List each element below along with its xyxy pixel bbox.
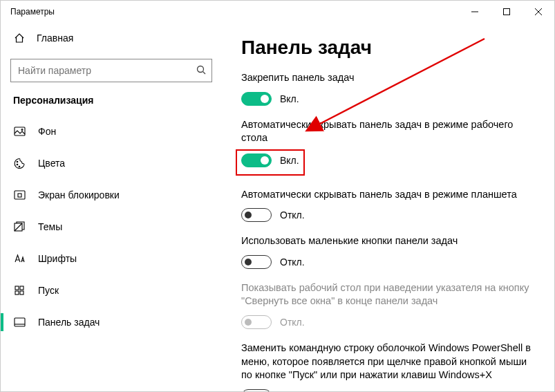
- setting-small-buttons: Использовать маленькие кнопки панели зад…: [241, 234, 538, 269]
- setting-label: Автоматически скрывать панель задач в ре…: [241, 188, 538, 202]
- setting-label: Использовать маленькие кнопки панели зад…: [241, 234, 538, 248]
- setting-label: Заменить командную строку оболочкой Wind…: [241, 342, 538, 382]
- sidebar-item-themes[interactable]: Темы: [1, 211, 222, 243]
- fonts-icon: [13, 252, 26, 265]
- setting-label: Закрепить панель задач: [241, 71, 538, 85]
- sidebar-section-header: Персонализация: [1, 95, 222, 115]
- setting-autohide-desktop: Автоматически скрывать панель задач в ре…: [241, 118, 538, 176]
- sidebar-home[interactable]: Главная: [1, 23, 222, 53]
- sidebar-item-label: Цвета: [38, 158, 65, 169]
- toggle-lock-taskbar[interactable]: [241, 92, 272, 106]
- setting-lock-taskbar: Закрепить панель задач Вкл.: [241, 71, 538, 106]
- start-icon: [13, 284, 26, 297]
- toggle-state: Вкл.: [280, 155, 299, 166]
- sidebar-nav: Фон Цвета Экран блокировки Темы: [1, 115, 222, 338]
- annotation-highlight: Вкл.: [236, 149, 305, 176]
- page-title: Панель задач: [241, 37, 538, 59]
- toggle-state: Откл.: [280, 317, 305, 328]
- svg-rect-15: [20, 286, 23, 290]
- svg-point-10: [19, 166, 20, 167]
- sidebar-item-start[interactable]: Пуск: [1, 274, 222, 306]
- setting-powershell-replace: Заменить командную строку оболочкой Wind…: [241, 342, 538, 391]
- toggle-peek-desktop: [241, 315, 272, 329]
- svg-point-9: [17, 164, 18, 165]
- toggle-autohide-desktop[interactable]: [241, 153, 272, 167]
- toggle-state: Откл.: [280, 209, 305, 221]
- content-area: Панель задач Закрепить панель задач Вкл.…: [222, 23, 554, 391]
- svg-rect-12: [18, 194, 21, 197]
- sidebar-item-background[interactable]: Фон: [1, 115, 222, 147]
- sidebar-item-label: Панель задач: [38, 317, 100, 328]
- toggle-state: Вкл.: [280, 93, 299, 104]
- svg-line-5: [203, 71, 206, 74]
- sidebar-item-label: Экран блокировки: [38, 189, 120, 200]
- palette-icon: [13, 157, 26, 169]
- toggle-state: Откл.: [280, 256, 305, 268]
- svg-point-8: [17, 161, 18, 162]
- setting-label: Показывать рабочий стол при наведении ук…: [241, 281, 538, 308]
- sidebar-item-label: Фон: [38, 126, 56, 137]
- sidebar-item-label: Пуск: [38, 285, 59, 296]
- window-controls: [459, 1, 554, 23]
- sidebar-item-taskbar[interactable]: Панель задач: [1, 306, 222, 338]
- sidebar: Главная Персонализация Фон: [1, 23, 222, 391]
- search-box[interactable]: [10, 59, 212, 82]
- svg-point-4: [198, 66, 204, 72]
- sidebar-home-label: Главная: [37, 32, 73, 44]
- search-icon: [196, 65, 206, 77]
- toggle-small-buttons[interactable]: [241, 255, 272, 269]
- taskbar-icon: [13, 316, 26, 328]
- svg-rect-11: [15, 191, 25, 199]
- home-icon: [13, 32, 26, 44]
- sidebar-item-fonts[interactable]: Шрифты: [1, 243, 222, 274]
- svg-rect-14: [15, 286, 19, 290]
- setting-peek-desktop: Показывать рабочий стол при наведении ук…: [241, 281, 538, 329]
- close-button[interactable]: [523, 1, 554, 23]
- svg-point-7: [21, 129, 23, 130]
- toggle-autohide-tablet[interactable]: [241, 208, 272, 222]
- sidebar-item-lockscreen[interactable]: Экран блокировки: [1, 179, 222, 211]
- titlebar: Параметры: [1, 1, 554, 23]
- search-input[interactable]: [18, 65, 196, 76]
- svg-rect-1: [504, 9, 510, 15]
- sidebar-item-colors[interactable]: Цвета: [1, 147, 222, 179]
- lockscreen-icon: [13, 189, 26, 201]
- minimize-button[interactable]: [459, 1, 491, 23]
- setting-label: Автоматически скрывать панель задач в ре…: [241, 118, 538, 145]
- sidebar-item-label: Темы: [38, 221, 62, 232]
- toggle-powershell-replace[interactable]: [241, 389, 272, 391]
- svg-rect-16: [15, 291, 19, 295]
- svg-rect-18: [15, 318, 25, 326]
- setting-autohide-tablet: Автоматически скрывать панель задач в ре…: [241, 188, 538, 223]
- toggle-state: Откл.: [280, 391, 305, 391]
- window-title: Параметры: [10, 7, 55, 17]
- maximize-button[interactable]: [491, 1, 523, 23]
- svg-rect-17: [20, 291, 23, 295]
- sidebar-item-label: Шрифты: [38, 253, 77, 264]
- image-icon: [13, 125, 26, 138]
- themes-icon: [13, 221, 26, 233]
